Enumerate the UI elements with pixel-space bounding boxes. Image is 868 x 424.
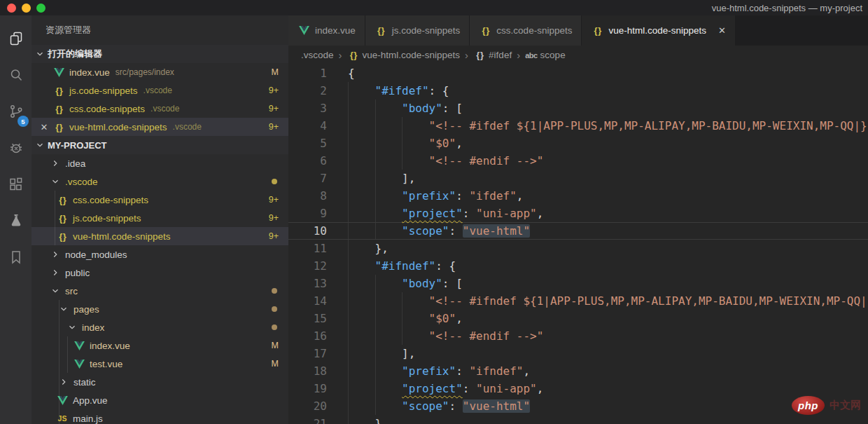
activity-search-button[interactable]: [0, 58, 31, 95]
line-number: 9: [288, 205, 348, 222]
modified-dot-badge: [272, 324, 277, 330]
tree-item-label: App.vue: [73, 395, 108, 406]
code-line-15: 15"$0",: [288, 310, 868, 327]
indent-guide: [375, 345, 402, 362]
line-number: 10: [288, 223, 348, 239]
tab-js.code-snippets[interactable]: { }js.code-snippets: [365, 15, 470, 46]
tree-item-css.code-snippets[interactable]: { }css.code-snippets9+: [31, 191, 288, 209]
maximize-window-button[interactable]: [36, 4, 46, 13]
scm-changes-badge: 5: [18, 116, 29, 127]
tree-item-index.vue[interactable]: index.vueM: [31, 336, 288, 355]
minimize-window-button[interactable]: [22, 4, 31, 13]
code-line-5: 5"$0",: [288, 135, 868, 152]
code-line-3: 3"body": [: [288, 100, 868, 117]
tab-index.vue[interactable]: index.vue: [288, 15, 365, 46]
tree-item-main.js[interactable]: JSmain.js: [31, 409, 288, 424]
chevron-down-icon: [34, 139, 46, 151]
indent-guide: [402, 117, 429, 135]
sidebar-title: 资源管理器: [31, 15, 288, 45]
tree-item-js.code-snippets[interactable]: { }js.code-snippets9+: [31, 209, 288, 227]
indent-guide: [348, 257, 375, 275]
file-path: src/pages/index: [115, 67, 174, 77]
open-editor-css.code-snippets[interactable]: { }css.code-snippets.vscode9+: [31, 100, 288, 118]
indent-guide: [375, 170, 402, 187]
vue-icon: [73, 360, 85, 369]
bug-icon: [8, 139, 24, 159]
tree-item-badge: 9+: [269, 213, 279, 223]
chevron-right-icon: [50, 249, 61, 260]
tree-item-.idea[interactable]: .idea: [31, 154, 288, 172]
tree-item-static[interactable]: static: [31, 373, 288, 391]
line-number: 8: [288, 187, 348, 205]
activity-tests-button[interactable]: [0, 204, 31, 240]
indent-guide: [375, 327, 402, 345]
breadcrumb-item-.vscode[interactable]: .vscode: [301, 50, 334, 60]
tree-item-node_modules[interactable]: node_modules: [31, 245, 288, 264]
window-title: vue-html.code-snippets — my-project: [712, 3, 862, 13]
line-number: 17: [288, 345, 348, 362]
tree-item-.vscode[interactable]: .vscode: [31, 172, 288, 191]
activity-debug-button[interactable]: [0, 131, 31, 167]
chevron-down-icon: [58, 303, 69, 315]
indent-guide: [375, 223, 402, 239]
indent-guide: [348, 152, 375, 170]
abc-symbol-icon: abc: [525, 51, 537, 60]
project-header[interactable]: MY-PROJECT: [31, 136, 288, 154]
line-number: 3: [288, 100, 348, 117]
indent-guide: [348, 327, 375, 345]
bookmark-icon: [8, 249, 24, 268]
indent-guide: [348, 415, 375, 424]
activity-source-control-button[interactable]: 5: [0, 95, 31, 131]
file-badge: 9+: [269, 122, 279, 132]
activity-bookmarks-button[interactable]: [0, 240, 31, 277]
tab-css.code-snippets[interactable]: { }css.code-snippets: [470, 15, 581, 46]
tree-item-src[interactable]: src: [31, 282, 288, 300]
file-path: .vscode: [144, 86, 172, 95]
indent-guide: [375, 362, 402, 380]
code-line-9: 9"project": "uni-app",: [288, 205, 868, 222]
line-number: 19: [288, 380, 348, 397]
indent-guide: [348, 292, 375, 310]
tree-item-index[interactable]: index: [31, 318, 288, 336]
tree-item-label: node_modules: [65, 249, 127, 260]
breadcrumb-item-vue-html.code-snippets[interactable]: { }vue-html.code-snippets: [347, 50, 461, 60]
tree-item-label: js.code-snippets: [73, 213, 141, 224]
vscode-window: vue-html.code-snippets — my-project 5 资源…: [0, 0, 868, 424]
open-editors-header[interactable]: 打开的编辑器: [31, 45, 288, 63]
tab-label: vue-html.code-snippets: [608, 25, 706, 36]
indent-guide: [348, 275, 375, 292]
tab-vue-html.code-snippets[interactable]: { }vue-html.code-snippets✕: [582, 15, 734, 46]
code-line-20: 20"scope": "vue-html": [288, 397, 868, 415]
tree-item-label: index.vue: [90, 341, 130, 351]
tree-item-App.vue[interactable]: App.vue: [31, 391, 288, 409]
explorer-sidebar: 资源管理器 打开的编辑器 index.vuesrc/pages/indexM{ …: [31, 15, 288, 424]
modified-dot-badge: [272, 306, 277, 312]
flask-icon: [8, 212, 24, 232]
line-number: 5: [288, 135, 348, 152]
tree-item-badge: M: [272, 359, 279, 369]
tree-item-vue-html.code-snippets[interactable]: { }vue-html.code-snippets9+: [31, 227, 288, 245]
tree-item-pages[interactable]: pages: [31, 300, 288, 318]
file-badge: 9+: [269, 104, 279, 114]
breadcrumb-item-#ifdef[interactable]: { }#ifdef: [473, 50, 512, 60]
code-editor[interactable]: 1{2"#ifdef": {3"body": [4"<!-- #ifdef ${…: [288, 64, 868, 424]
chevron-right-icon: [50, 158, 61, 169]
indent-guide: [348, 117, 375, 135]
tree-item-test.vue[interactable]: test.vueM: [31, 355, 288, 373]
close-icon[interactable]: ✕: [718, 25, 726, 36]
open-editor-js.code-snippets[interactable]: { }js.code-snippets.vscode9+: [31, 81, 288, 100]
tree-item-label: test.vue: [90, 359, 122, 369]
line-number: 4: [288, 117, 348, 135]
php-watermark: php 中文网: [792, 396, 861, 415]
tree-item-public[interactable]: public: [31, 264, 288, 282]
tab-label: index.vue: [315, 25, 356, 36]
open-editor-index.vue[interactable]: index.vuesrc/pages/indexM: [31, 63, 288, 81]
open-editor-vue-html.code-snippets[interactable]: ✕{ }vue-html.code-snippets.vscode9+: [31, 118, 288, 136]
close-window-button[interactable]: [7, 4, 16, 13]
line-number: 21: [288, 415, 348, 424]
activity-explorer-button[interactable]: [0, 22, 31, 58]
activity-bar: 5: [0, 15, 31, 424]
close-icon[interactable]: ✕: [41, 122, 48, 132]
breadcrumb-item-scope[interactable]: abcscope: [525, 50, 566, 60]
activity-extensions-button[interactable]: [0, 167, 31, 204]
